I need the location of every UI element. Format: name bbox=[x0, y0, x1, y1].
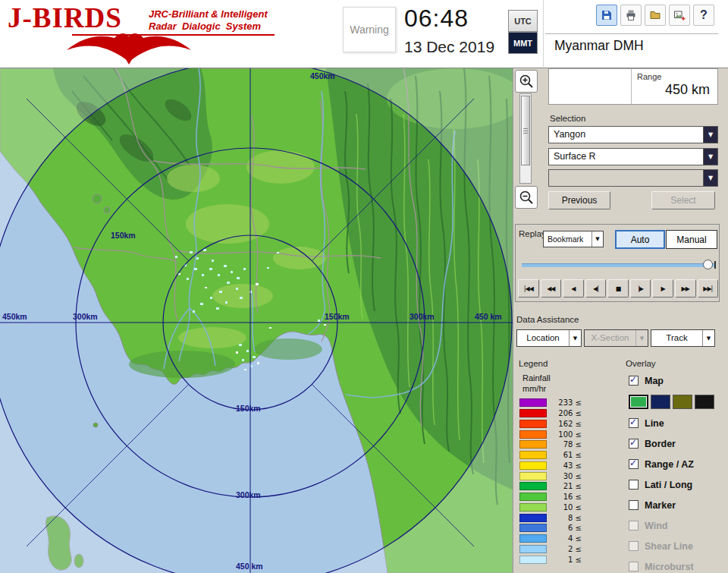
range-divider bbox=[631, 69, 632, 104]
help-icon: ? bbox=[700, 8, 708, 22]
legend-scale-row: 43 ≤ bbox=[519, 461, 595, 471]
legend-color-swatch bbox=[519, 503, 547, 512]
legend-color-swatch bbox=[519, 409, 547, 417]
map-color-olive[interactable] bbox=[673, 395, 692, 409]
legend-scale-row: 8 ≤ bbox=[519, 512, 595, 523]
chevron-down-icon[interactable]: ▼ bbox=[592, 231, 603, 247]
overlay-item-label: Map bbox=[645, 376, 664, 386]
track-button[interactable]: Track ▼ bbox=[651, 329, 715, 347]
overlay-checkbox-map[interactable]: Map bbox=[629, 370, 726, 391]
overlay-checkbox-range-az[interactable]: Range / AZ bbox=[629, 454, 726, 474]
zoom-out-button[interactable] bbox=[515, 186, 538, 209]
step-back-button[interactable]: ◀| bbox=[585, 279, 607, 298]
overlay-checkbox-microburst[interactable]: Microburst bbox=[629, 556, 726, 573]
help-button[interactable]: ? bbox=[693, 5, 714, 26]
overlay-item-label: Line bbox=[645, 418, 664, 429]
chevron-down-icon[interactable]: ▼ bbox=[703, 127, 717, 143]
replay-auto-button[interactable]: Auto bbox=[615, 230, 665, 249]
open-folder-button[interactable] bbox=[645, 5, 666, 26]
legend-color-swatch bbox=[519, 461, 547, 470]
legend-value: 43 ≤ bbox=[547, 461, 582, 470]
app-logo-title: J-BIRDS bbox=[8, 2, 122, 34]
select-label: Select bbox=[670, 195, 695, 206]
map-color-black[interactable] bbox=[695, 395, 714, 409]
station-dropdown[interactable]: Yangon ▼ bbox=[548, 126, 718, 143]
chevron-down-icon[interactable]: ▼ bbox=[635, 330, 648, 346]
map-color-green[interactable] bbox=[629, 395, 648, 409]
chevron-down-icon[interactable]: ▼ bbox=[703, 170, 717, 186]
control-panel: Range 450 km Selection Yangon ▼ Surface … bbox=[513, 68, 728, 573]
checkbox-icon bbox=[629, 562, 639, 571]
play-backward-button[interactable]: ◀ bbox=[563, 279, 584, 298]
chevron-down-icon[interactable]: ▼ bbox=[569, 330, 581, 346]
save-icon bbox=[601, 9, 613, 21]
overlay-checkbox-border[interactable]: Border bbox=[629, 433, 726, 454]
range-label-south: 450 km bbox=[236, 562, 263, 571]
product-dropdown[interactable]: Surface R ▼ bbox=[548, 148, 718, 165]
legend-value: 61 ≤ bbox=[547, 451, 582, 459]
overlay-checkbox-marker[interactable]: Marker bbox=[629, 495, 726, 515]
range-label-east: 450 km bbox=[475, 312, 502, 321]
fast-rewind-button[interactable]: ◀◀ bbox=[541, 279, 562, 298]
replay-timeline-slider[interactable] bbox=[522, 260, 716, 270]
zoom-in-button[interactable] bbox=[515, 70, 538, 93]
radar-map[interactable]: 450km 450km 300km 150km 150km 300km 450 … bbox=[0, 68, 513, 573]
auto-label: Auto bbox=[631, 235, 650, 245]
chevron-down-icon[interactable]: ▼ bbox=[703, 149, 717, 165]
chevron-down-icon[interactable]: ▼ bbox=[702, 330, 714, 346]
bookmark-label: Bookmark bbox=[548, 235, 583, 244]
legend-scale-row: 21 ≤ bbox=[519, 481, 595, 492]
legend-color-swatch bbox=[519, 524, 547, 532]
skip-to-start-button[interactable]: |◀◀ bbox=[518, 279, 539, 298]
range-label-west: 450km bbox=[2, 312, 27, 321]
overlay-checkbox-wind[interactable]: Wind bbox=[629, 515, 726, 536]
legend-color-swatch bbox=[519, 440, 547, 449]
range-label: Range bbox=[637, 72, 661, 81]
snapshot-button[interactable] bbox=[669, 5, 690, 26]
legend-value: 206 ≤ bbox=[547, 409, 582, 417]
zoom-slider-track[interactable] bbox=[519, 93, 532, 184]
warning-button[interactable]: Warning bbox=[343, 7, 396, 52]
skip-to-end-button[interactable]: ▶▶| bbox=[698, 279, 719, 298]
replay-manual-button[interactable]: Manual bbox=[666, 230, 717, 249]
stop-button[interactable]: ■ bbox=[607, 279, 629, 298]
legend-value: 6 ≤ bbox=[547, 524, 582, 532]
fast-forward-button[interactable]: ▶▶ bbox=[675, 279, 696, 298]
step-forward-button[interactable]: |▶ bbox=[630, 279, 651, 298]
legend-scale-row: 61 ≤ bbox=[519, 450, 595, 461]
station-divider bbox=[545, 33, 718, 34]
overlay-item-label: Shear Line bbox=[645, 541, 693, 552]
play-button[interactable]: ▶ bbox=[652, 279, 673, 298]
map-color-navy[interactable] bbox=[651, 395, 670, 409]
warning-label: Warning bbox=[350, 24, 389, 36]
zoom-slider-thumb[interactable] bbox=[521, 96, 530, 165]
range-label-northwest: 150km bbox=[111, 231, 136, 240]
x-section-button[interactable]: X-Section ▼ bbox=[584, 329, 648, 347]
previous-label: Previous bbox=[562, 195, 598, 206]
previous-button[interactable]: Previous bbox=[548, 191, 610, 209]
bookmark-button[interactable]: Bookmark ▼ bbox=[543, 231, 604, 247]
checkbox-icon bbox=[629, 439, 639, 449]
location-button[interactable]: Location ▼ bbox=[516, 329, 582, 347]
replay-slider-handle[interactable] bbox=[703, 260, 713, 269]
legend-value: 21 ≤ bbox=[547, 482, 582, 490]
legend-color-swatch bbox=[519, 420, 547, 428]
overlay-checkbox-lati-long[interactable]: Lati / Long bbox=[629, 474, 726, 495]
overlay-checkbox-line[interactable]: Line bbox=[629, 413, 726, 433]
legend-scale-row: 10 ≤ bbox=[519, 502, 595, 513]
timezone-mmt-button[interactable]: MMT bbox=[508, 32, 538, 54]
legend-scale-row: 206 ≤ bbox=[519, 408, 595, 419]
snapshot-icon bbox=[673, 9, 686, 21]
manual-label: Manual bbox=[676, 235, 706, 245]
replay-slider-track[interactable] bbox=[522, 263, 716, 267]
legend-value: 16 ≤ bbox=[547, 493, 582, 501]
overlay-item-label: Microburst bbox=[645, 562, 694, 572]
save-button[interactable] bbox=[596, 5, 617, 26]
option-dropdown[interactable]: ▼ bbox=[548, 169, 718, 187]
utc-label: UTC bbox=[514, 17, 532, 26]
checkbox-icon bbox=[629, 376, 639, 386]
overlay-checkbox-shear-line[interactable]: Shear Line bbox=[629, 536, 726, 556]
timezone-utc-button[interactable]: UTC bbox=[508, 10, 538, 32]
select-button[interactable]: Select bbox=[651, 191, 715, 209]
print-button[interactable] bbox=[620, 5, 642, 26]
